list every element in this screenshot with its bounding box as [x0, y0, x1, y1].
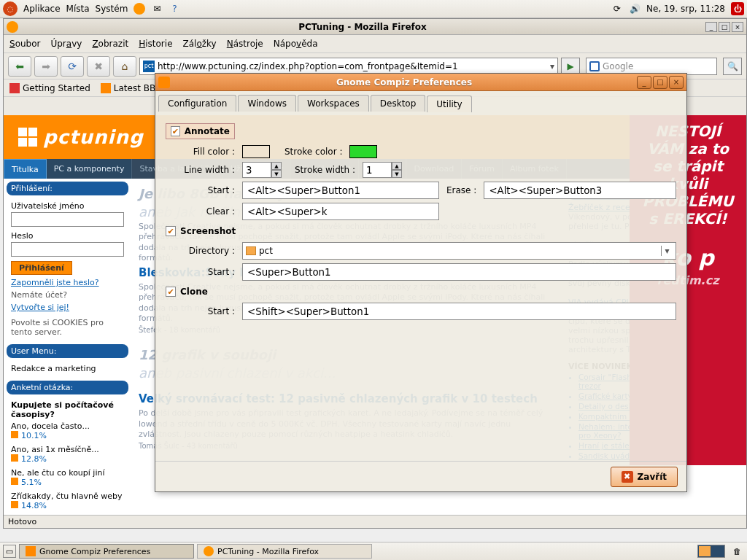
clear-label: Clear :: [180, 206, 235, 217]
poll-option[interactable]: Zřídkakdy, čtu hlavně weby14.8%: [11, 489, 124, 513]
menu-applications[interactable]: Aplikace: [23, 4, 61, 14]
back-button[interactable]: ⬅: [8, 56, 31, 77]
bookmark-getting-started[interactable]: Getting Started: [9, 83, 90, 93]
shutdown-icon[interactable]: ⏻: [731, 2, 744, 15]
screenshot-start-input[interactable]: [242, 263, 676, 281]
compiz-preferences-dialog: Gnome Compiz Preferences _ □ × Configura…: [155, 73, 687, 492]
spin-up-icon[interactable]: ▲: [392, 162, 402, 170]
dialog-close-action-button[interactable]: ✖ Zavřít: [611, 467, 678, 487]
menu-view[interactable]: Zobrazit: [92, 39, 128, 49]
no-account-text: Nemáte účet?: [11, 290, 124, 300]
annotate-clear-input[interactable]: [242, 203, 439, 220]
mail-launcher-icon[interactable]: ✉: [151, 3, 163, 15]
spin-down-icon[interactable]: ▼: [271, 170, 282, 178]
clock[interactable]: Ne, 19. srp, 11:28: [646, 4, 725, 14]
poll-bar-icon: [11, 501, 18, 508]
tab-pc[interactable]: PC a komponenty: [47, 159, 133, 179]
menu-edit[interactable]: Úpravy: [50, 39, 82, 49]
line-width-spinner[interactable]: ▲▼: [242, 162, 282, 178]
dialog-close-button[interactable]: ×: [669, 76, 684, 89]
forgot-password-link[interactable]: Zapomněli jste heslo?: [11, 278, 124, 287]
start-label: Start :: [180, 306, 235, 316]
clone-start-input[interactable]: [242, 303, 676, 320]
search-box[interactable]: Google: [586, 58, 717, 75]
usermenu-header: User Menu:: [7, 344, 128, 358]
url-text: http://www.pctuning.cz/index.php?option=…: [158, 61, 458, 71]
login-button[interactable]: Přihlášení: [11, 261, 72, 275]
url-dropdown-icon[interactable]: ▾: [550, 61, 554, 71]
spin-down-icon[interactable]: ▼: [392, 170, 402, 178]
poll-option[interactable]: Ne, ale čtu co koupí jiní5.1%: [11, 466, 124, 489]
tab-windows[interactable]: Windows: [238, 95, 296, 112]
firefox-launcher-icon[interactable]: [133, 3, 145, 15]
search-button[interactable]: 🔍: [723, 58, 742, 75]
menu-file[interactable]: Soubor: [9, 39, 40, 49]
help-launcher-icon[interactable]: ?: [169, 3, 180, 15]
tab-utility[interactable]: Utility: [427, 96, 471, 112]
updates-icon[interactable]: ⟳: [611, 3, 623, 15]
ubuntu-logo-icon[interactable]: ◌: [3, 1, 18, 16]
statusbar: Hotovo: [4, 515, 746, 528]
go-button[interactable]: ▶: [561, 58, 580, 75]
username-label: Uživatelské jméno: [11, 201, 124, 211]
start-label: Start :: [180, 267, 235, 277]
directory-chooser[interactable]: pct ▾: [242, 242, 676, 260]
menu-help[interactable]: Nápověda: [274, 39, 318, 49]
menu-history[interactable]: Historie: [139, 39, 172, 49]
reload-button[interactable]: ⟳: [61, 56, 84, 77]
trash-icon[interactable]: 🗑: [729, 544, 744, 559]
site-favicon-icon: pct: [143, 61, 155, 72]
taskbar-item-firefox[interactable]: PCTuning - Mozilla Firefox: [197, 544, 372, 559]
annotate-erase-input[interactable]: [484, 182, 676, 199]
stroke-width-spinner[interactable]: ▲▼: [363, 162, 402, 178]
clone-checkbox[interactable]: ✔: [166, 287, 176, 297]
close-button[interactable]: ×: [732, 22, 743, 32]
menu-system[interactable]: Systém: [96, 4, 128, 14]
poll-bar-icon: [11, 431, 18, 438]
annotate-start-input[interactable]: [242, 182, 439, 199]
workspace-switcher[interactable]: [697, 545, 725, 558]
poll-option[interactable]: Ano, docela často...10.1%: [11, 419, 124, 443]
fill-color-swatch[interactable]: [242, 145, 270, 158]
titlebar[interactable]: PCTuning - Mozilla Firefox _ □ ×: [4, 19, 746, 35]
stop-button: ✖: [87, 56, 110, 77]
dialog-titlebar[interactable]: Gnome Compiz Preferences _ □ ×: [155, 74, 686, 91]
site-logo[interactable]: pctuning: [18, 126, 144, 148]
username-input[interactable]: [11, 212, 124, 227]
menu-places[interactable]: Místa: [66, 4, 90, 14]
forward-button: ➡: [34, 56, 58, 77]
minimize-button[interactable]: _: [705, 22, 717, 32]
tab-workspaces[interactable]: Workspaces: [298, 95, 369, 112]
dialog-minimize-button[interactable]: _: [637, 76, 651, 89]
create-account-link[interactable]: Vytvořte si jej!: [11, 303, 124, 312]
menubar: Soubor Úpravy Zobrazit Historie Záložky …: [4, 35, 746, 53]
logo-squares-icon: [18, 128, 37, 147]
menu-tools[interactable]: Nástroje: [227, 39, 263, 49]
tab-titulka[interactable]: Titulka: [4, 159, 47, 179]
annotate-label: Annotate: [185, 126, 230, 136]
clone-label: Clone: [180, 287, 208, 297]
show-desktop-button[interactable]: ▭: [3, 545, 16, 558]
poll-bar-icon: [11, 478, 18, 485]
url-bar[interactable]: pct http://www.pctuning.cz/index.php?opt…: [139, 58, 558, 75]
tab-desktop[interactable]: Desktop: [371, 95, 426, 112]
taskbar-item-compiz[interactable]: Gnome Compiz Preferences: [19, 544, 194, 559]
poll-option[interactable]: Ano, asi 1x měsíčně...12.8%: [11, 443, 124, 466]
maximize-button[interactable]: □: [719, 22, 730, 32]
chevron-down-icon[interactable]: ▾: [661, 246, 673, 256]
annotate-checkbox[interactable]: ✔: [171, 126, 180, 136]
screenshot-checkbox[interactable]: ✔: [166, 226, 176, 236]
erase-label: Erase :: [446, 185, 476, 195]
dialog-footer: ✖ Zavřít: [155, 461, 686, 491]
home-button[interactable]: ⌂: [113, 56, 136, 77]
dialog-body: ✔ Annotate Fill color : Stroke color : L…: [155, 112, 686, 461]
spin-up-icon[interactable]: ▲: [271, 162, 282, 170]
stroke-color-swatch[interactable]: [349, 145, 377, 158]
dialog-maximize-button[interactable]: □: [653, 76, 667, 89]
volume-icon[interactable]: 🔊: [629, 3, 640, 15]
task-icon: [26, 546, 36, 556]
menu-bookmarks[interactable]: Záložky: [183, 39, 217, 49]
password-input[interactable]: [11, 242, 124, 257]
redakce-link[interactable]: Redakce a marketing: [11, 364, 96, 373]
tab-configuration[interactable]: Configuration: [158, 95, 236, 112]
